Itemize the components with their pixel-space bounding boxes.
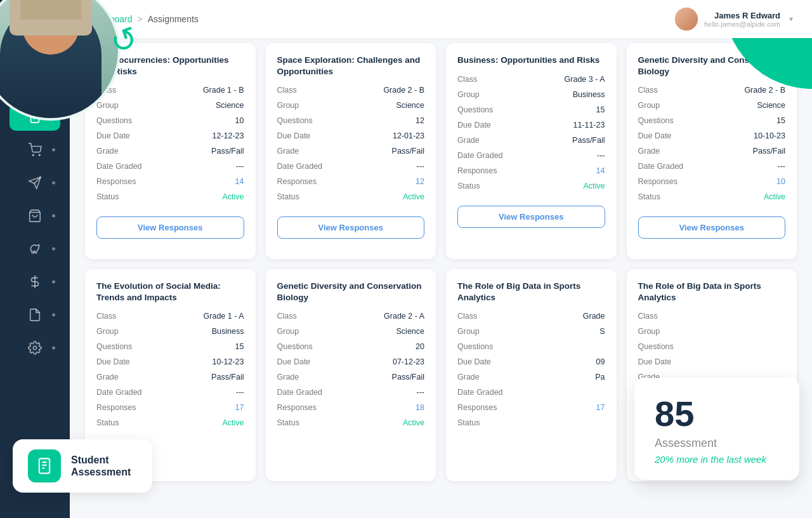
grade-value: Pass/Fail xyxy=(753,147,785,156)
card-dategraded-row: Date Graded --- xyxy=(277,388,425,397)
group-value: Science xyxy=(216,101,244,110)
breadcrumb-current: Assignments xyxy=(148,14,199,24)
user-profile[interactable]: James R Edward hello.james@alpide.com ▾ xyxy=(675,8,793,30)
responses-value: 10 xyxy=(776,177,785,186)
class-value: Grade 2 - B xyxy=(383,86,424,95)
questions-label: Questions xyxy=(277,116,313,125)
card-questions-row: Questions 12 xyxy=(277,116,425,125)
date-graded-value: --- xyxy=(417,388,425,397)
questions-value: 10 xyxy=(235,116,244,125)
assignment-card: Business: Opportunities and Risks Class … xyxy=(446,43,617,259)
due-date-label: Due Date xyxy=(96,131,130,140)
card-duedate-row: Due Date 11-11-23 xyxy=(457,121,605,130)
student-assessment-badge: Student Assessment xyxy=(13,439,152,493)
svg-point-14 xyxy=(33,346,37,350)
grade-value: Pass/Fail xyxy=(392,373,424,382)
status-value: Active xyxy=(222,192,244,201)
responses-value: 18 xyxy=(416,403,424,412)
group-value: Science xyxy=(757,101,785,110)
view-responses-button[interactable]: View Responses xyxy=(638,216,786,239)
card-status-row: Status Active xyxy=(96,192,244,201)
user-info: James R Edward hello.james@alpide.com xyxy=(704,11,780,28)
card-group-row: Group Science xyxy=(277,327,425,336)
responses-value: 14 xyxy=(235,177,244,186)
card-title: Genetic Diversity and Conservation Biolo… xyxy=(277,281,425,303)
card-group-row: Group Business xyxy=(457,90,605,99)
view-responses-button[interactable]: View Responses xyxy=(457,206,605,228)
grade-label: Grade xyxy=(457,373,480,382)
card-duedate-row: Due Date 10-10-23 xyxy=(638,131,786,140)
class-label: Class xyxy=(457,75,477,84)
questions-label: Questions xyxy=(638,116,674,125)
card-group-row: Group Science xyxy=(638,101,786,110)
card-group-row: Group xyxy=(638,327,786,336)
sidebar-item-send[interactable] xyxy=(10,169,60,197)
card-dategraded-row: Date Graded --- xyxy=(457,151,605,160)
card-duedate-row: Due Date 07-12-23 xyxy=(277,357,425,366)
card-grade-row: Grade Pass/Fail xyxy=(96,147,244,156)
class-value: Grade 2 - A xyxy=(384,312,424,321)
due-date-label: Due Date xyxy=(96,357,130,366)
responses-label: Responses xyxy=(96,177,136,186)
questions-value: 20 xyxy=(416,342,424,351)
due-date-label: Due Date xyxy=(457,357,491,366)
status-label: Status xyxy=(277,192,299,201)
status-value: Active xyxy=(583,182,605,190)
status-value: Active xyxy=(403,192,424,201)
due-date-value: 12-12-23 xyxy=(212,131,244,140)
sidebar-item-savings[interactable] xyxy=(10,235,60,263)
group-label: Group xyxy=(277,327,299,336)
sidebar-item-files[interactable] xyxy=(10,301,60,329)
card-grade-row: Grade Pass/Fail xyxy=(277,373,425,382)
responses-label: Responses xyxy=(96,403,136,412)
grade-label: Grade xyxy=(277,373,299,382)
card-questions-row: Questions xyxy=(457,342,605,351)
view-responses-button[interactable]: View Responses xyxy=(277,216,425,239)
badge-text: Student Assessment xyxy=(71,454,131,478)
card-class-row: Class xyxy=(638,312,786,321)
date-graded-label: Date Graded xyxy=(277,388,323,397)
card-questions-row: Questions 10 xyxy=(96,116,244,125)
questions-value: 15 xyxy=(235,342,244,351)
card-class-row: Class Grade 3 - A xyxy=(457,75,605,84)
responses-label: Responses xyxy=(457,166,497,175)
status-label: Status xyxy=(277,418,299,427)
due-date-value: 10-10-23 xyxy=(754,131,785,140)
due-date-label: Due Date xyxy=(277,131,311,140)
card-grade-row: Grade Pass/Fail xyxy=(457,136,605,145)
due-date-label: Due Date xyxy=(277,357,311,366)
status-value: Active xyxy=(403,418,424,427)
assignment-card: Space Exploration: Challenges and Opport… xyxy=(266,43,436,259)
questions-label: Questions xyxy=(96,342,132,351)
group-label: Group xyxy=(457,327,480,336)
due-date-label: Due Date xyxy=(638,131,672,140)
sidebar-item-settings[interactable] xyxy=(10,334,60,362)
grade-label: Grade xyxy=(457,136,480,145)
sidebar-item-shop[interactable] xyxy=(10,136,60,164)
sidebar-item-bag[interactable] xyxy=(10,202,60,230)
card-grade-row: Grade Pass/Fail xyxy=(277,147,425,156)
card-title: The Evolution of Social Media: Trends an… xyxy=(96,281,244,303)
sidebar-item-finance[interactable] xyxy=(10,268,60,296)
questions-label: Questions xyxy=(457,105,493,114)
class-label: Class xyxy=(638,312,658,321)
card-questions-row: Questions 15 xyxy=(638,116,786,125)
card-dategraded-row: Date Graded --- xyxy=(638,162,786,171)
user-name: James R Edward xyxy=(704,11,780,20)
card-dategraded-row: Date Graded --- xyxy=(277,162,425,171)
date-graded-label: Date Graded xyxy=(277,162,323,171)
card-class-row: Class Grade 1 - A xyxy=(96,312,244,321)
view-responses-button[interactable]: View Responses xyxy=(96,216,244,239)
class-value: Grade xyxy=(583,312,605,321)
card-class-row: Class Grade 1 - B xyxy=(96,86,244,95)
chevron-down-icon[interactable]: ▾ xyxy=(789,15,793,23)
grade-label: Grade xyxy=(277,147,299,156)
card-questions-row: Questions 15 xyxy=(96,342,244,351)
card-responses-row: Responses 14 xyxy=(457,166,605,175)
class-label: Class xyxy=(277,86,297,95)
due-date-label: Due Date xyxy=(457,121,491,130)
due-date-value: 09 xyxy=(596,357,605,366)
grade-value: Pass/Fail xyxy=(392,147,424,156)
card-status-row: Status Active xyxy=(457,182,605,190)
group-label: Group xyxy=(277,101,299,110)
